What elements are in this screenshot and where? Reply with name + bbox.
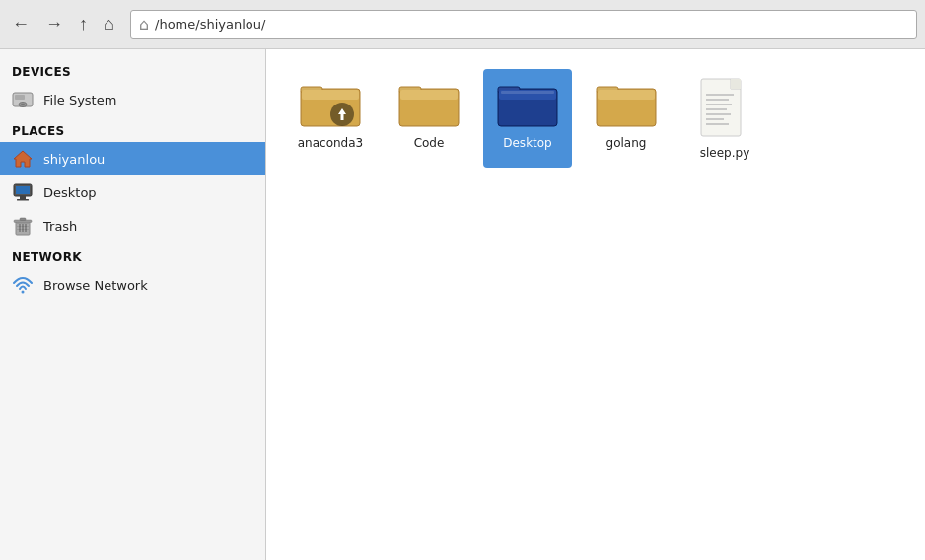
up-button[interactable]: ↑ (75, 12, 92, 36)
toolbar: ← → ↑ ⌂ ⌂ /home/shiyanlou/ (0, 0, 925, 49)
file-item-code[interactable]: Code (385, 69, 473, 168)
trash-icon (12, 215, 34, 237)
sidebar-item-shiyanlou[interactable]: shiyanlou (0, 142, 265, 175)
file-label-sleeppy: sleep.py (700, 146, 750, 160)
sidebar-item-trash[interactable]: Trash (0, 209, 265, 243)
svg-rect-7 (20, 196, 26, 199)
main-layout: DEVICES File System PLACES shiyanlou (0, 49, 925, 560)
svg-rect-37 (598, 90, 655, 100)
nav-buttons: ← → ↑ ⌂ (8, 12, 118, 36)
folder-icon-desktop (496, 77, 559, 130)
back-button[interactable]: ← (8, 12, 34, 36)
address-bar[interactable]: ⌂ /home/shiyanlou/ (130, 10, 917, 39)
svg-point-2 (21, 104, 25, 105)
forward-button[interactable]: → (41, 12, 67, 36)
desktop-label: Desktop (43, 185, 97, 200)
home-icon (12, 148, 34, 170)
file-item-anaconda3[interactable]: anaconda3 (286, 69, 375, 168)
folder-icon-anaconda3 (299, 77, 362, 130)
svg-marker-4 (14, 151, 32, 167)
sidebar: DEVICES File System PLACES shiyanlou (0, 49, 266, 560)
places-header: PLACES (0, 116, 265, 142)
disk-icon (12, 89, 34, 110)
home-nav-button[interactable]: ⌂ (100, 12, 118, 36)
filesystem-label: File System (43, 93, 116, 107)
file-label-desktop: Desktop (503, 136, 552, 150)
sidebar-item-desktop[interactable]: Desktop (0, 175, 265, 209)
svg-rect-17 (17, 229, 29, 230)
file-item-sleeppy[interactable]: sleep.py (680, 69, 769, 168)
file-item-desktop[interactable]: Desktop (483, 69, 572, 168)
file-label-anaconda3: anaconda3 (298, 136, 363, 150)
devices-header: DEVICES (0, 57, 265, 83)
svg-point-18 (22, 291, 25, 294)
svg-rect-33 (501, 91, 554, 94)
trash-label: Trash (43, 219, 77, 234)
wifi-icon (12, 274, 34, 296)
sidebar-item-filesystem[interactable]: File System (0, 83, 265, 116)
svg-rect-11 (20, 218, 26, 221)
svg-rect-28 (400, 90, 458, 100)
file-label-code: Code (414, 136, 445, 150)
svg-rect-3 (15, 95, 25, 100)
monitor-icon (12, 181, 34, 203)
svg-rect-22 (302, 90, 359, 100)
svg-rect-16 (17, 226, 29, 227)
network-header: NETWORK (0, 243, 265, 268)
svg-rect-15 (17, 223, 29, 224)
folder-icon-golang (595, 77, 658, 130)
file-area: anaconda3 Code (266, 49, 925, 560)
shiyanlou-label: shiyanlou (43, 152, 105, 167)
address-text: /home/shiyanlou/ (155, 17, 265, 32)
browse-network-label: Browse Network (43, 278, 148, 293)
svg-rect-6 (16, 186, 30, 194)
sidebar-item-browse-network[interactable]: Browse Network (0, 268, 265, 302)
svg-rect-8 (17, 199, 29, 201)
svg-rect-41 (731, 79, 741, 89)
file-item-golang[interactable]: golang (582, 69, 671, 168)
file-label-golang: golang (606, 136, 647, 150)
address-home-icon: ⌂ (139, 15, 149, 34)
file-icon-sleeppy (699, 77, 750, 140)
folder-icon-code (397, 77, 461, 130)
